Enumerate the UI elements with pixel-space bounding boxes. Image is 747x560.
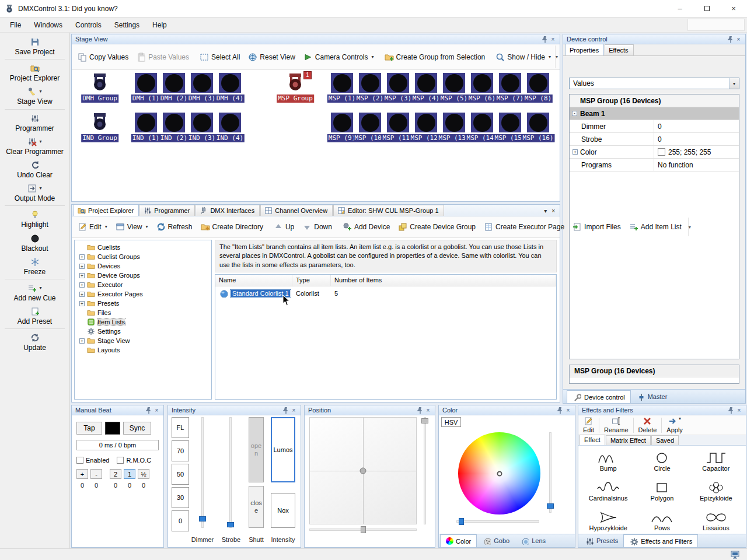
checkbox-enabled[interactable]: Enabled: [76, 457, 109, 464]
sidebar-item-highlight[interactable]: Highlight: [0, 207, 69, 230]
pin-icon[interactable]: [725, 34, 734, 44]
strobe-slider[interactable]: [226, 417, 235, 528]
stage-device-msp-6[interactable]: MSP (6): [471, 73, 494, 93]
stage-device-msp-16[interactable]: MSP (16): [527, 113, 550, 132]
add-device-button[interactable]: Add Device: [338, 218, 394, 236]
tab-close-icon[interactable]: ×: [551, 208, 555, 214]
expand-icon[interactable]: +: [573, 149, 578, 155]
sidebar-item-undo-clear[interactable]: Undo Clear: [0, 158, 69, 181]
slider-handle[interactable]: [547, 503, 554, 509]
menu-controls[interactable]: Controls: [69, 19, 108, 32]
tab-matrix-effect[interactable]: Matrix Effect: [606, 435, 651, 445]
lumos-button[interactable]: Lumos: [271, 417, 295, 482]
pan-slider[interactable]: [309, 526, 417, 534]
sidebar-item-project-explorer[interactable]: Project Explorer: [0, 61, 69, 84]
sidebar-item-save-project[interactable]: Save Project: [0, 34, 69, 58]
beat-button-[interactable]: -: [90, 469, 102, 479]
bottom-tab-gobo[interactable]: Gobo: [477, 534, 515, 547]
down-button[interactable]: Down: [298, 218, 336, 236]
stage-device-msp-14[interactable]: MSP (14): [471, 113, 494, 132]
pin-icon[interactable]: [281, 405, 289, 415]
close-icon[interactable]: ×: [734, 34, 743, 44]
stage-device-msp-9[interactable]: MSP (9): [331, 113, 354, 132]
nox-button[interactable]: Nox: [271, 493, 295, 528]
sidebar-item-add-new-cue[interactable]: ▾Add new Cue: [0, 281, 69, 304]
stage-device-msp-group[interactable]: 1MSP Group: [284, 73, 308, 93]
checkbox-r-m-o-c[interactable]: R.M.O.C: [117, 457, 151, 464]
expand-icon[interactable]: +: [79, 273, 85, 278]
beam-section-header[interactable]: -Beam 1: [570, 107, 739, 120]
column-header-number-of-items[interactable]: Number of Items: [331, 275, 556, 286]
values-dropdown[interactable]: Values ▾: [569, 78, 739, 89]
sidebar-item-programmer[interactable]: Programmer: [0, 111, 69, 134]
beat-button-[interactable]: +: [76, 469, 88, 479]
expand-icon[interactable]: +: [79, 292, 85, 297]
expand-icon[interactable]: +: [79, 254, 85, 260]
stage-device-dmh-3[interactable]: DMH (3): [191, 73, 214, 93]
column-header-name[interactable]: Name: [215, 275, 292, 286]
shutter-open-button[interactable]: open: [249, 417, 264, 482]
stage-device-msp-12[interactable]: MSP (12): [415, 113, 438, 132]
pin-icon[interactable]: [415, 405, 424, 415]
tab-saved[interactable]: Saved: [651, 435, 679, 445]
stage-device-msp-11[interactable]: MSP (11): [387, 113, 410, 132]
stage-device-msp-1[interactable]: MSP (1): [331, 73, 354, 93]
menu-help[interactable]: Help: [146, 19, 173, 32]
chevron-down-icon[interactable]: ▾: [39, 89, 41, 94]
tilt-slider[interactable]: [421, 417, 429, 524]
apply-button[interactable]: ▾Apply: [663, 416, 686, 434]
bottom-tab-color[interactable]: Color: [440, 534, 477, 547]
dimmer-slider[interactable]: [198, 417, 207, 528]
stage-canvas[interactable]: DMH GroupDMH (1)DMH (2)DMH (3)DMH (4)1MS…: [72, 70, 560, 201]
stage-device-dmh-1[interactable]: DMH (1): [135, 73, 158, 93]
bpm-field[interactable]: 0 ms / 0 bpm: [76, 440, 159, 450]
hue-slider[interactable]: [456, 517, 539, 526]
copy-values-button[interactable]: Copy Values: [74, 46, 132, 68]
stage-device-msp-4[interactable]: MSP (4): [415, 73, 438, 93]
expand-icon[interactable]: +: [79, 282, 85, 288]
select-all-button[interactable]: Select All: [196, 46, 244, 68]
stage-device-msp-8[interactable]: MSP (8): [527, 73, 550, 93]
expand-icon[interactable]: +: [79, 264, 85, 269]
intensity-preset-30[interactable]: 30: [172, 487, 189, 508]
edit-button[interactable]: Edit: [580, 416, 598, 434]
table-row[interactable]: Standard Colorlist 1Colorlist5: [215, 286, 556, 300]
device-group-header[interactable]: MSP Group (16 Devices): [570, 94, 739, 107]
chevron-down-icon[interactable]: ▾: [39, 186, 41, 191]
tab-list-icon[interactable]: ▾: [544, 208, 547, 214]
stage-device-ind-1[interactable]: IND (1): [135, 113, 158, 132]
tab-properties[interactable]: Properties: [566, 44, 604, 55]
chevron-down-icon[interactable]: ▾: [679, 416, 681, 421]
checkbox-box[interactable]: [76, 457, 83, 464]
maximize-button[interactable]: [693, 0, 720, 17]
pin-icon[interactable]: [555, 405, 564, 415]
stage-device-msp-7[interactable]: MSP (7): [499, 73, 522, 93]
close-icon[interactable]: ×: [424, 405, 432, 415]
effect-polygon[interactable]: Polygon: [635, 477, 689, 506]
tree-item-files[interactable]: Files: [76, 308, 210, 317]
color-swatch[interactable]: [658, 148, 665, 156]
close-icon[interactable]: ×: [564, 405, 573, 415]
property-row-programs[interactable]: ProgramsNo function: [570, 159, 739, 172]
toolbar-overflow-button[interactable]: ▾: [688, 218, 691, 236]
pin-icon[interactable]: [144, 405, 152, 415]
menu-windows[interactable]: Windows: [27, 19, 69, 32]
effect-bump[interactable]: Bump: [581, 447, 635, 477]
color-wheel[interactable]: [458, 432, 540, 514]
bottom-tab-master[interactable]: Master: [631, 390, 673, 403]
create-device-group-button[interactable]: Create Device Group: [394, 218, 480, 236]
create-directory-button[interactable]: Create Directory: [197, 218, 267, 236]
tree-item-cuelists[interactable]: Cuelists: [76, 243, 210, 252]
reset-view-button[interactable]: Reset View: [244, 46, 299, 68]
sidebar-item-add-preset[interactable]: Add Preset: [0, 304, 69, 327]
slider-handle[interactable]: [459, 518, 464, 525]
stage-device-msp-3[interactable]: MSP (3): [387, 73, 410, 93]
effect-hypozykloide[interactable]: Hypozykloide: [581, 506, 635, 533]
chevron-down-icon[interactable]: ▾: [39, 139, 41, 144]
edit-button[interactable]: Edit▾: [74, 218, 111, 236]
beat-button-2[interactable]: 2: [110, 469, 121, 479]
close-button[interactable]: ×: [720, 0, 747, 17]
tree-item-executor-pages[interactable]: +Executor Pages: [76, 289, 210, 299]
view-button[interactable]: View▾: [111, 218, 152, 236]
shutter-close-button[interactable]: close: [249, 486, 264, 528]
